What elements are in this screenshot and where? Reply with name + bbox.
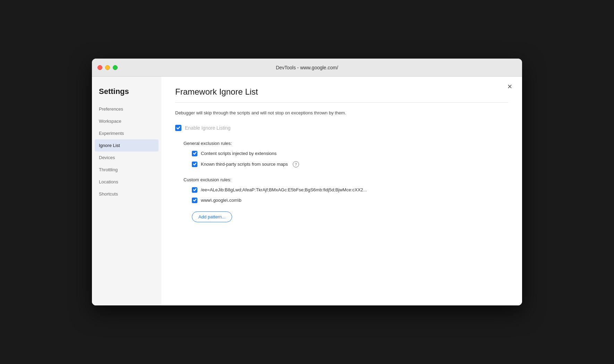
titlebar: DevTools - www.google.com/: [92, 59, 522, 77]
content-scripts-checkbox[interactable]: [192, 151, 197, 156]
general-exclusion-section: General exclusion rules: Content scripts…: [175, 141, 508, 167]
sidebar: Settings Preferences Workspace Experimen…: [92, 77, 161, 305]
close-button[interactable]: ✕: [504, 82, 515, 91]
enable-ignore-listing-checkbox[interactable]: [175, 125, 181, 131]
sidebar-item-preferences[interactable]: Preferences: [92, 103, 161, 115]
enable-ignore-listing-label: Enable Ignore Listing: [185, 125, 231, 131]
window-title: DevTools - www.google.com/: [276, 65, 338, 70]
title-divider: [175, 102, 508, 103]
general-rule-row-0: Content scripts injected by extensions: [192, 151, 508, 156]
custom-rule-row-1: www\.google\.com\b: [192, 198, 508, 203]
info-icon[interactable]: ?: [293, 161, 299, 167]
custom-rule-0-label: /ee=ALeJib:B8gLwd;AfeaP:TkrAjf;BMxAGc:E5…: [201, 187, 367, 192]
devtools-window: DevTools - www.google.com/ Settings Pref…: [92, 59, 522, 305]
custom-exclusion-section: Custom exclusion rules: /ee=ALeJib:B8gLw…: [175, 177, 508, 222]
traffic-lights: [97, 65, 118, 70]
custom-rule-row-0: /ee=ALeJib:B8gLwd;AfeaP:TkrAjf;BMxAGc:E5…: [192, 187, 508, 193]
custom-rule-1-label: www\.google\.com\b: [201, 198, 241, 203]
sidebar-item-locations[interactable]: Locations: [92, 176, 161, 188]
add-pattern-button[interactable]: Add pattern...: [192, 211, 232, 222]
sidebar-heading: Settings: [92, 87, 161, 103]
custom-rule-0-checkbox[interactable]: [192, 187, 197, 193]
sidebar-item-devices[interactable]: Devices: [92, 151, 161, 164]
third-party-scripts-checkbox[interactable]: [192, 162, 197, 167]
sidebar-item-workspace[interactable]: Workspace: [92, 115, 161, 127]
third-party-scripts-label: Known third-party scripts from source ma…: [201, 162, 288, 167]
general-exclusion-label: General exclusion rules:: [184, 141, 508, 146]
general-rule-row-1: Known third-party scripts from source ma…: [192, 161, 508, 167]
maximize-traffic-light[interactable]: [113, 65, 118, 70]
content-area: Settings Preferences Workspace Experimen…: [92, 77, 522, 305]
description-text: Debugger will skip through the scripts a…: [175, 110, 508, 116]
enable-ignore-listing-row: Enable Ignore Listing: [175, 125, 508, 131]
main-panel: ✕ Framework Ignore List Debugger will sk…: [161, 77, 522, 305]
sidebar-item-shortcuts[interactable]: Shortcuts: [92, 188, 161, 200]
sidebar-item-experiments[interactable]: Experiments: [92, 127, 161, 139]
sidebar-item-ignore-list[interactable]: Ignore List: [95, 139, 159, 151]
minimize-traffic-light[interactable]: [105, 65, 110, 70]
page-title: Framework Ignore List: [175, 87, 508, 97]
custom-exclusion-label: Custom exclusion rules:: [184, 177, 508, 182]
content-scripts-label: Content scripts injected by extensions: [201, 151, 276, 156]
custom-rule-1-checkbox[interactable]: [192, 198, 197, 203]
close-traffic-light[interactable]: [97, 65, 102, 70]
sidebar-item-throttling[interactable]: Throttling: [92, 164, 161, 176]
